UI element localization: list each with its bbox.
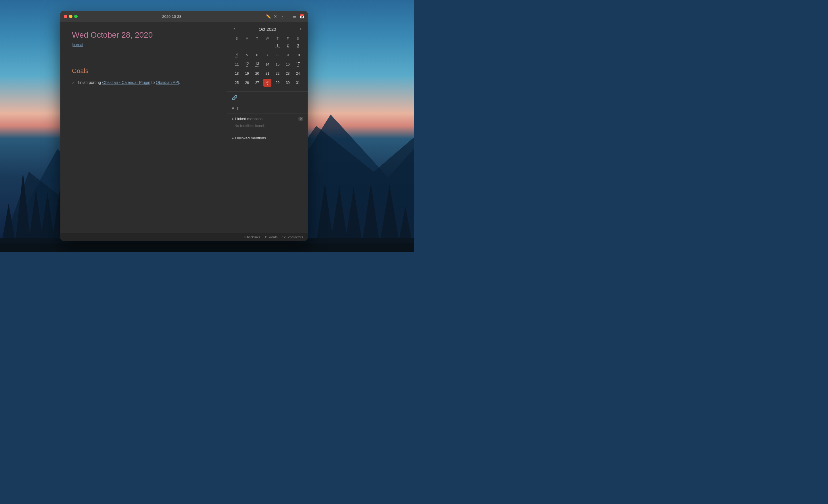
edit-icon[interactable]: ✏️ [266, 14, 271, 19]
backlinks-title-row: ▶ Linked mentions [232, 117, 262, 121]
unlinked-mentions-header[interactable]: ▶ Unlinked mentions [227, 134, 307, 142]
backlinks-header[interactable]: ▶ Linked mentions 0 [232, 117, 303, 121]
calendar-month-year: Oct 2020 [259, 27, 276, 32]
right-sidebar: ‹ Oct 2020 › S M T W T F S [227, 22, 307, 233]
weekday-tue: T [252, 36, 262, 41]
calendar-section: ‹ Oct 2020 › S M T W T F S [227, 22, 307, 92]
calendar-day[interactable]: 14 [263, 60, 272, 68]
calendar-day[interactable]: 21 [263, 70, 272, 78]
task-text: finish porting Obsidian - Calendar Plugi… [78, 79, 180, 86]
weekday-wed: W [262, 36, 272, 41]
backlinks-section: ▶ Linked mentions 0 No backlinks found. [227, 114, 307, 134]
words-status: 15 words [265, 235, 278, 239]
calendar-day[interactable]: 29 [274, 79, 282, 87]
window-title: 2020-10-28 [78, 14, 266, 19]
note-date-heading: Wed October 28, 2020 [72, 31, 215, 40]
backlinks-label: Linked mentions [235, 117, 262, 121]
calendar-day[interactable]: 6 [253, 51, 261, 59]
calendar-day[interactable]: 19 [243, 70, 251, 78]
calendar-day[interactable]: 24 [294, 70, 302, 78]
calendar-day[interactable]: 7 [263, 51, 272, 59]
link-icon[interactable]: 🔗 [232, 95, 238, 100]
calendar-day[interactable]: 23 [284, 70, 292, 78]
status-bar: 0 backlinks 15 words 126 characters [60, 233, 307, 241]
unlinked-collapse-arrow: ▶ [232, 136, 234, 140]
more-options-icon[interactable]: ⋮ [280, 14, 285, 19]
calendar-day[interactable]: 25 [233, 79, 241, 87]
calendar-day[interactable]: 2 [284, 42, 292, 50]
weekday-sat: S [293, 36, 303, 41]
link-obsidian-api[interactable]: Obsidian API [156, 80, 179, 85]
calendar-day[interactable]: 30 [284, 79, 292, 87]
calendar-day[interactable]: 5 [243, 51, 251, 59]
goals-heading: Goals [72, 67, 215, 75]
calendar-prev-button[interactable]: ‹ [232, 26, 237, 32]
calendar-day[interactable]: 4 [233, 51, 241, 59]
divider [72, 60, 215, 60]
no-backlinks-message: No backlinks found. [232, 123, 303, 131]
calendar-day[interactable]: 16 [284, 60, 292, 68]
calendar-day[interactable]: 28 [263, 79, 272, 87]
sort-tool-icon[interactable]: ↑ [241, 106, 243, 110]
close-icon[interactable]: ✕ [274, 14, 277, 19]
editor-pane[interactable]: Wed October 28, 2020 journal Goals ✓ fin… [60, 22, 227, 233]
text-tool-icon[interactable]: T [236, 106, 239, 110]
unlinked-label: Unlinked mentions [235, 136, 266, 140]
link-calendar-plugin[interactable]: Obsidian - Calendar Plugin [102, 80, 150, 85]
calendar-day[interactable]: 22 [274, 70, 282, 78]
sidebar-toolbar: ≡ T ↑ [227, 103, 307, 114]
note-tag[interactable]: journal [72, 43, 83, 47]
calendar-day[interactable]: 17 [294, 60, 302, 68]
calendar-day[interactable]: 10 [294, 51, 302, 59]
task-checkbox[interactable]: ✓ [72, 80, 75, 86]
backlinks-count: 0 [298, 117, 303, 121]
calendar-day[interactable]: 31 [294, 79, 302, 87]
traffic-lights [64, 15, 78, 18]
list-tool-icon[interactable]: ≡ [232, 106, 234, 110]
task-item: ✓ finish porting Obsidian - Calendar Plu… [72, 79, 215, 86]
close-button[interactable] [64, 15, 67, 18]
weekday-fri: F [283, 36, 293, 41]
app-window: 2020-10-28 ✏️ ✕ ⋮ ☰ 📅 Wed October 28, 20… [60, 11, 307, 241]
calendar-day[interactable]: 15 [274, 60, 282, 68]
backlinks-collapse-arrow: ▶ [232, 117, 234, 121]
calendar-day[interactable]: 9 [284, 51, 292, 59]
main-area: Wed October 28, 2020 journal Goals ✓ fin… [60, 22, 307, 233]
minimize-button[interactable] [69, 15, 73, 18]
characters-status: 126 characters [282, 235, 303, 239]
maximize-button[interactable] [74, 15, 78, 18]
calendar-day[interactable]: 11 [233, 60, 241, 68]
calendar-icon[interactable]: 📅 [299, 14, 304, 19]
calendar-day[interactable]: 13 [253, 60, 261, 68]
title-bar-actions: ✏️ ✕ ⋮ ☰ 📅 [266, 14, 304, 19]
calendar-day[interactable]: 20 [253, 70, 261, 78]
calendar-day[interactable]: 12 [243, 60, 251, 68]
weekday-thu: T [273, 36, 283, 41]
backlinks-status: 0 backlinks [244, 235, 260, 239]
calendar-day[interactable]: 1 [274, 42, 282, 50]
calendar-day[interactable]: 3 [294, 42, 302, 50]
calendar-grid: S M T W T F S 12345678910111213141516171… [232, 36, 303, 87]
list-icon[interactable]: ☰ [293, 14, 296, 19]
calendar-day[interactable]: 18 [233, 70, 241, 78]
weekday-sun: S [232, 36, 242, 41]
link-icon-section: 🔗 [227, 92, 307, 103]
calendar-day[interactable]: 8 [274, 51, 282, 59]
calendar-next-button[interactable]: › [298, 26, 303, 32]
weekday-mon: M [242, 36, 252, 41]
calendar-header: ‹ Oct 2020 › [232, 26, 303, 32]
svg-rect-29 [0, 243, 414, 252]
title-bar: 2020-10-28 ✏️ ✕ ⋮ ☰ 📅 [60, 11, 307, 22]
calendar-day[interactable]: 27 [253, 79, 261, 87]
calendar-day[interactable]: 26 [243, 79, 251, 87]
